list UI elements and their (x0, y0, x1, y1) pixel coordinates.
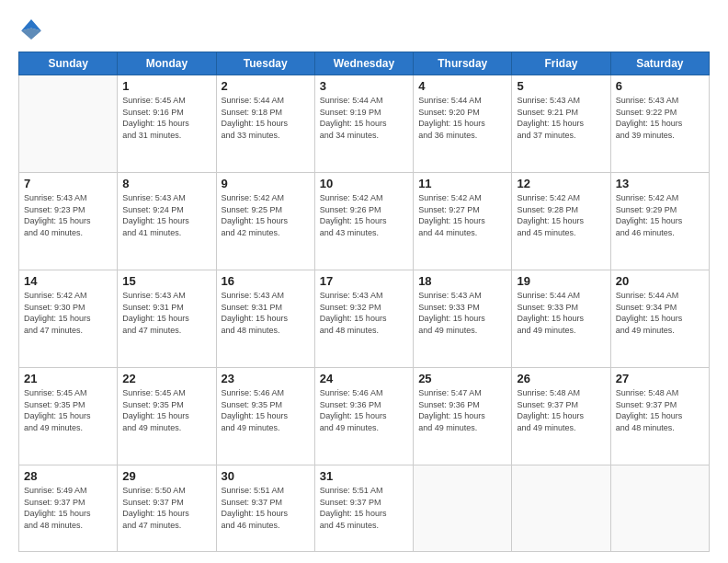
calendar-cell: 9Sunrise: 5:42 AM Sunset: 9:25 PM Daylig… (216, 173, 314, 270)
day-number: 21 (24, 372, 112, 385)
calendar-cell: 13Sunrise: 5:42 AM Sunset: 9:29 PM Dayli… (610, 173, 709, 270)
day-number: 25 (418, 372, 506, 385)
day-number: 29 (122, 469, 210, 483)
calendar-cell: 25Sunrise: 5:47 AM Sunset: 9:36 PM Dayli… (414, 368, 512, 465)
calendar-table: SundayMondayTuesdayWednesdayThursdayFrid… (18, 52, 710, 552)
day-number: 10 (320, 177, 408, 190)
calendar-cell: 26Sunrise: 5:48 AM Sunset: 9:37 PM Dayli… (512, 368, 610, 465)
cell-content: Sunrise: 5:43 AM Sunset: 9:23 PM Dayligh… (24, 192, 112, 238)
calendar-cell: 28Sunrise: 5:49 AM Sunset: 9:37 PM Dayli… (19, 465, 118, 552)
day-number: 13 (616, 177, 704, 190)
day-header-wednesday: Wednesday (314, 52, 413, 75)
calendar-cell: 23Sunrise: 5:46 AM Sunset: 9:35 PM Dayli… (216, 368, 314, 465)
day-number: 28 (24, 469, 112, 483)
day-number: 11 (418, 177, 506, 190)
cell-content: Sunrise: 5:42 AM Sunset: 9:26 PM Dayligh… (320, 192, 408, 238)
cell-content: Sunrise: 5:44 AM Sunset: 9:20 PM Dayligh… (418, 95, 506, 141)
day-number: 12 (517, 177, 605, 190)
calendar-cell: 7Sunrise: 5:43 AM Sunset: 9:23 PM Daylig… (19, 173, 118, 270)
calendar-week-2: 7Sunrise: 5:43 AM Sunset: 9:23 PM Daylig… (19, 173, 710, 270)
day-header-saturday: Saturday (610, 52, 709, 75)
cell-content: Sunrise: 5:49 AM Sunset: 9:37 PM Dayligh… (24, 485, 112, 531)
cell-content: Sunrise: 5:44 AM Sunset: 9:18 PM Dayligh… (222, 95, 310, 141)
cell-content: Sunrise: 5:48 AM Sunset: 9:37 PM Dayligh… (517, 387, 605, 433)
calendar-cell: 31Sunrise: 5:51 AM Sunset: 9:37 PM Dayli… (314, 465, 413, 552)
calendar-cell (610, 465, 709, 552)
day-header-tuesday: Tuesday (216, 52, 314, 75)
day-number: 27 (616, 372, 704, 385)
day-number: 23 (222, 372, 310, 385)
logo (18, 17, 48, 42)
cell-content: Sunrise: 5:43 AM Sunset: 9:32 PM Dayligh… (320, 290, 408, 336)
day-number: 6 (616, 79, 704, 93)
day-header-friday: Friday (512, 52, 610, 75)
cell-content: Sunrise: 5:44 AM Sunset: 9:34 PM Dayligh… (616, 290, 704, 336)
day-number: 3 (320, 79, 408, 93)
cell-content: Sunrise: 5:43 AM Sunset: 9:21 PM Dayligh… (517, 95, 605, 141)
calendar-week-1: 1Sunrise: 5:45 AM Sunset: 9:16 PM Daylig… (19, 75, 710, 173)
calendar-cell (512, 465, 610, 552)
calendar-cell: 22Sunrise: 5:45 AM Sunset: 9:35 PM Dayli… (118, 368, 216, 465)
calendar-cell: 29Sunrise: 5:50 AM Sunset: 9:37 PM Dayli… (118, 465, 216, 552)
calendar-cell: 30Sunrise: 5:51 AM Sunset: 9:37 PM Dayli… (216, 465, 314, 552)
cell-content: Sunrise: 5:50 AM Sunset: 9:37 PM Dayligh… (122, 485, 210, 531)
header (18, 17, 710, 42)
day-number: 15 (122, 274, 210, 288)
calendar-cell: 2Sunrise: 5:44 AM Sunset: 9:18 PM Daylig… (216, 75, 314, 173)
day-number: 5 (517, 79, 605, 93)
calendar-cell: 19Sunrise: 5:44 AM Sunset: 9:33 PM Dayli… (512, 270, 610, 368)
day-header-monday: Monday (118, 52, 216, 75)
day-number: 22 (122, 372, 210, 385)
calendar-cell: 27Sunrise: 5:48 AM Sunset: 9:37 PM Dayli… (610, 368, 709, 465)
cell-content: Sunrise: 5:43 AM Sunset: 9:33 PM Dayligh… (418, 290, 506, 336)
day-number: 30 (222, 469, 310, 483)
calendar-cell: 16Sunrise: 5:43 AM Sunset: 9:31 PM Dayli… (216, 270, 314, 368)
cell-content: Sunrise: 5:46 AM Sunset: 9:36 PM Dayligh… (320, 387, 408, 433)
calendar-cell: 15Sunrise: 5:43 AM Sunset: 9:31 PM Dayli… (118, 270, 216, 368)
day-number: 19 (517, 274, 605, 288)
cell-content: Sunrise: 5:45 AM Sunset: 9:16 PM Dayligh… (122, 95, 210, 141)
cell-content: Sunrise: 5:42 AM Sunset: 9:29 PM Dayligh… (616, 192, 704, 238)
day-number: 31 (320, 469, 408, 483)
day-number: 9 (222, 177, 310, 190)
day-number: 26 (517, 372, 605, 385)
day-number: 14 (24, 274, 112, 288)
calendar-cell: 21Sunrise: 5:45 AM Sunset: 9:35 PM Dayli… (19, 368, 118, 465)
logo-icon (18, 17, 44, 42)
cell-content: Sunrise: 5:43 AM Sunset: 9:31 PM Dayligh… (222, 290, 310, 336)
calendar-cell: 24Sunrise: 5:46 AM Sunset: 9:36 PM Dayli… (314, 368, 413, 465)
calendar-cell: 3Sunrise: 5:44 AM Sunset: 9:19 PM Daylig… (314, 75, 413, 173)
calendar-cell: 11Sunrise: 5:42 AM Sunset: 9:27 PM Dayli… (414, 173, 512, 270)
calendar-cell (19, 75, 118, 173)
day-number: 20 (616, 274, 704, 288)
cell-content: Sunrise: 5:45 AM Sunset: 9:35 PM Dayligh… (24, 387, 112, 433)
calendar-cell: 1Sunrise: 5:45 AM Sunset: 9:16 PM Daylig… (118, 75, 216, 173)
day-number: 4 (418, 79, 506, 93)
cell-content: Sunrise: 5:46 AM Sunset: 9:35 PM Dayligh… (222, 387, 310, 433)
calendar-week-4: 21Sunrise: 5:45 AM Sunset: 9:35 PM Dayli… (19, 368, 710, 465)
day-number: 17 (320, 274, 408, 288)
cell-content: Sunrise: 5:43 AM Sunset: 9:31 PM Dayligh… (122, 290, 210, 336)
day-header-sunday: Sunday (19, 52, 118, 75)
cell-content: Sunrise: 5:42 AM Sunset: 9:30 PM Dayligh… (24, 290, 112, 336)
cell-content: Sunrise: 5:44 AM Sunset: 9:19 PM Dayligh… (320, 95, 408, 141)
calendar-cell: 6Sunrise: 5:43 AM Sunset: 9:22 PM Daylig… (610, 75, 709, 173)
cell-content: Sunrise: 5:51 AM Sunset: 9:37 PM Dayligh… (222, 485, 310, 531)
calendar-cell: 8Sunrise: 5:43 AM Sunset: 9:24 PM Daylig… (118, 173, 216, 270)
calendar-cell: 12Sunrise: 5:42 AM Sunset: 9:28 PM Dayli… (512, 173, 610, 270)
day-number: 8 (122, 177, 210, 190)
day-number: 18 (418, 274, 506, 288)
calendar-cell: 17Sunrise: 5:43 AM Sunset: 9:32 PM Dayli… (314, 270, 413, 368)
cell-content: Sunrise: 5:43 AM Sunset: 9:22 PM Dayligh… (616, 95, 704, 141)
page: SundayMondayTuesdayWednesdayThursdayFrid… (0, 0, 728, 563)
day-number: 16 (222, 274, 310, 288)
calendar-cell (414, 465, 512, 552)
calendar-cell: 4Sunrise: 5:44 AM Sunset: 9:20 PM Daylig… (414, 75, 512, 173)
cell-content: Sunrise: 5:47 AM Sunset: 9:36 PM Dayligh… (418, 387, 506, 433)
calendar-cell: 5Sunrise: 5:43 AM Sunset: 9:21 PM Daylig… (512, 75, 610, 173)
cell-content: Sunrise: 5:42 AM Sunset: 9:28 PM Dayligh… (517, 192, 605, 238)
calendar-week-3: 14Sunrise: 5:42 AM Sunset: 9:30 PM Dayli… (19, 270, 710, 368)
day-number: 24 (320, 372, 408, 385)
calendar-cell: 14Sunrise: 5:42 AM Sunset: 9:30 PM Dayli… (19, 270, 118, 368)
calendar-header-row: SundayMondayTuesdayWednesdayThursdayFrid… (19, 52, 710, 75)
